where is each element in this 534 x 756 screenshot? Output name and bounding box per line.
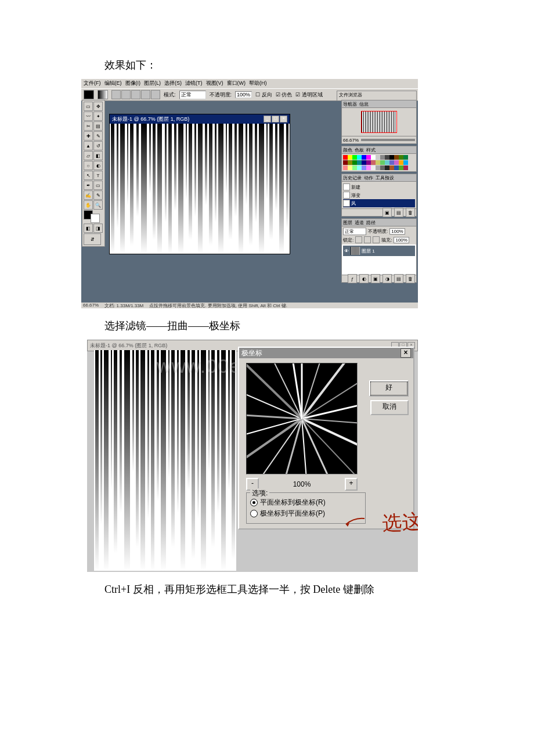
menu-help[interactable]: 帮助(H)	[249, 80, 267, 88]
reflected-gradient-icon[interactable]	[141, 90, 150, 99]
adjustment-layer-icon[interactable]: ◑	[383, 274, 392, 283]
svg-rect-28	[249, 124, 252, 246]
mode-select[interactable]: 正常	[179, 91, 206, 99]
shape-tool-icon[interactable]: ▭	[93, 181, 103, 190]
filter-preview[interactable]	[246, 363, 358, 474]
wand-tool-icon[interactable]: ✦	[93, 111, 103, 121]
zoom-slider[interactable]	[361, 139, 415, 141]
options-group: 选项: 平面坐标到极坐标(R) 极坐标到平面坐标(P)	[246, 492, 366, 524]
move-tool-icon[interactable]: ✥	[93, 102, 103, 111]
info-tab[interactable]: 信息	[359, 101, 369, 107]
layer-style-icon[interactable]: ƒ	[348, 274, 357, 283]
color-swatches-icon[interactable]	[84, 210, 100, 223]
visibility-eye-icon[interactable]: 👁	[344, 249, 349, 254]
new-set-icon[interactable]: ▣	[371, 274, 380, 283]
lock-position-icon[interactable]	[364, 236, 371, 243]
slice-tool-icon[interactable]: ▤	[93, 121, 103, 131]
ok-button[interactable]: 好	[370, 381, 407, 395]
menu-edit[interactable]: 编辑(E)	[104, 80, 122, 88]
svg-rect-19	[205, 124, 207, 205]
notes-tool-icon[interactable]: ✍	[84, 190, 93, 200]
paths-tab[interactable]: 路径	[366, 219, 376, 226]
gradient-preview[interactable]	[98, 90, 108, 99]
crop-tool-icon[interactable]: ✂	[84, 121, 93, 131]
radio-polar-to-rect[interactable]: 极坐标到平面坐标(P)	[250, 509, 362, 519]
lock-all-icon[interactable]	[373, 236, 380, 243]
dialog-close-button[interactable]: ×	[400, 348, 411, 358]
styles-tab[interactable]: 样式	[366, 147, 376, 153]
menu-file[interactable]: 文件(F)	[84, 80, 101, 88]
diamond-gradient-icon[interactable]	[151, 90, 160, 99]
menu-window[interactable]: 窗口(W)	[227, 80, 246, 88]
minimize-button[interactable]: _	[264, 116, 271, 123]
dodge-tool-icon[interactable]: ◐	[93, 161, 103, 170]
navigator-thumbnail[interactable]	[361, 111, 397, 133]
menu-layer[interactable]: 图层(L)	[144, 80, 161, 88]
reverse-checkbox[interactable]: ☐ 反向	[255, 91, 272, 99]
zoom-in-button[interactable]: +	[345, 478, 358, 491]
blend-mode-select[interactable]: 正常	[343, 228, 366, 235]
document-window: 未标题-1 @ 66.7% (图层 1, RGB) _ □ ×	[109, 114, 290, 254]
stamp-tool-icon[interactable]: ▲	[84, 141, 93, 150]
history-item-new[interactable]: 新建	[343, 183, 415, 191]
actions-tab[interactable]: 动作	[364, 175, 373, 181]
svg-rect-48	[151, 350, 154, 571]
navigator-tab[interactable]: 导航器	[343, 101, 357, 107]
layers-tab[interactable]: 图层	[343, 219, 352, 226]
layer-mask-icon[interactable]: ◐	[359, 274, 369, 283]
zoom-tool-icon[interactable]: 🔍	[93, 200, 103, 210]
dither-checkbox[interactable]: ☑ 仿色	[276, 91, 293, 99]
pen-tool-icon[interactable]: ✒	[84, 181, 93, 190]
color-tab[interactable]: 颜色	[343, 147, 352, 153]
maximize-button[interactable]: □	[272, 116, 279, 123]
trash-icon[interactable]: 🗑	[406, 208, 415, 217]
fill-input[interactable]: 100%	[394, 237, 409, 243]
angle-gradient-icon[interactable]	[131, 90, 140, 99]
marquee-tool-icon[interactable]: ▭	[84, 102, 93, 111]
history-item-wind[interactable]: 风	[343, 199, 415, 207]
new-doc-from-state-icon[interactable]: ▤	[394, 208, 403, 217]
swatches-tab[interactable]: 色板	[355, 147, 364, 153]
hand-tool-icon[interactable]: ✋	[84, 200, 93, 210]
path-tool-icon[interactable]: ↖	[84, 171, 93, 180]
type-tool-icon[interactable]: T	[93, 171, 103, 180]
tool-preset-icon[interactable]	[84, 90, 94, 99]
brush-tool-icon[interactable]: ✎	[93, 131, 103, 141]
layer-opacity-input[interactable]: 100%	[389, 228, 405, 235]
lock-pixels-icon[interactable]	[355, 236, 362, 243]
svg-rect-9	[153, 124, 156, 240]
lasso-tool-icon[interactable]: 〰	[84, 111, 93, 121]
new-layer-icon[interactable]: ▤	[394, 274, 403, 283]
transparency-checkbox[interactable]: ☑ 透明区域	[295, 91, 323, 99]
screen-mode-icon[interactable]: ◧	[84, 224, 93, 233]
menu-image[interactable]: 图像(I)	[125, 80, 141, 88]
menu-select[interactable]: 选择(S)	[164, 80, 182, 88]
history-item-gradient[interactable]: 渐变	[343, 191, 415, 199]
delete-layer-icon[interactable]: 🗑	[406, 274, 415, 283]
tool-presets-tab[interactable]: 工具预设	[376, 175, 394, 181]
linear-gradient-icon[interactable]	[111, 90, 121, 99]
menu-view[interactable]: 视图(V)	[206, 80, 223, 88]
status-zoom[interactable]: 66.67%	[83, 303, 99, 308]
gradient-tool-icon[interactable]: ◧	[93, 151, 103, 160]
opacity-input[interactable]: 100%	[235, 91, 252, 98]
quickmask-icon[interactable]: ◨	[93, 224, 103, 233]
navigator-zoom[interactable]: 66.67%	[343, 138, 359, 143]
history-brush-icon[interactable]: ↺	[93, 141, 103, 150]
swatches-grid[interactable]	[342, 154, 416, 171]
heal-tool-icon[interactable]: ✚	[84, 131, 93, 141]
history-tab[interactable]: 历史记录	[343, 175, 362, 181]
cancel-button[interactable]: 取消	[370, 400, 409, 415]
radial-gradient-icon[interactable]	[121, 90, 131, 99]
eyedropper-tool-icon[interactable]: ✎	[93, 190, 103, 200]
eraser-tool-icon[interactable]: ▱	[84, 151, 93, 160]
jump-imageready-icon[interactable]: ⇵	[84, 233, 101, 245]
close-button[interactable]: ×	[280, 116, 287, 123]
layer-item[interactable]: 👁 图层 1	[343, 246, 415, 256]
document-titlebar: 未标题-1 @ 66.7% (图层 1, RGB) _ □ ×	[110, 114, 290, 124]
channels-tab[interactable]: 通道	[355, 219, 364, 226]
radio-rect-to-polar[interactable]: 平面坐标到极坐标(R)	[250, 498, 362, 507]
menu-filter[interactable]: 滤镜(T)	[185, 80, 203, 88]
blur-tool-icon[interactable]: ○	[84, 161, 93, 170]
new-snapshot-icon[interactable]: ▣	[383, 208, 392, 217]
